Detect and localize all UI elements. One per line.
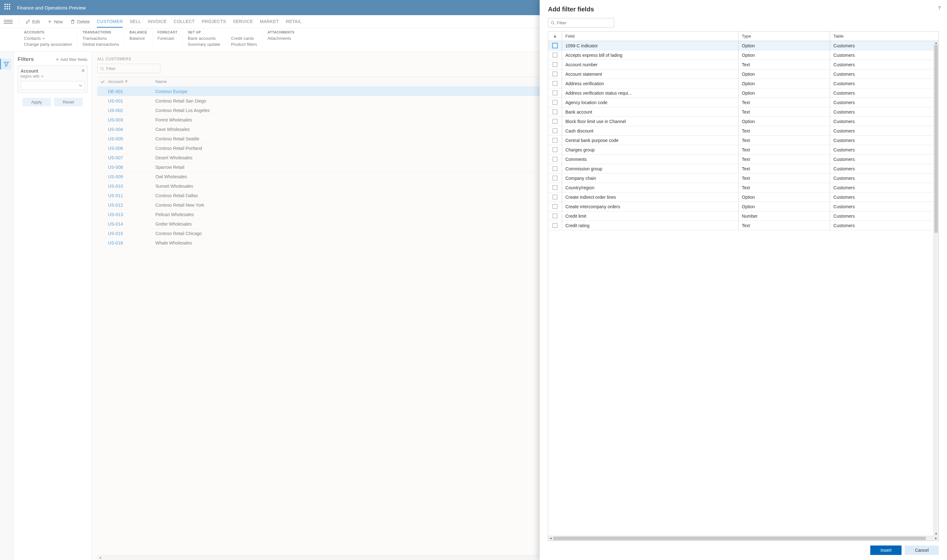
apply-button[interactable]: Apply	[22, 98, 51, 106]
field-row[interactable]: Company chainTextCustomers	[548, 174, 938, 183]
field-row[interactable]: Bank accountTextCustomers	[548, 107, 938, 117]
account-cell[interactable]: US-010	[108, 184, 155, 189]
column-field[interactable]: Field	[562, 32, 739, 41]
tab-invoice[interactable]: INVOICE	[148, 16, 167, 28]
help-icon[interactable]: ?	[938, 5, 941, 11]
row-checkbox[interactable]	[548, 221, 562, 230]
flyout-filter-text[interactable]	[557, 20, 610, 25]
cancel-button[interactable]: Cancel	[905, 546, 939, 555]
field-row[interactable]: 1099-C indicatorOptionCustomers	[548, 41, 938, 51]
account-cell[interactable]: US-012	[108, 203, 155, 208]
action-link[interactable]: Contacts	[24, 36, 72, 41]
row-checkbox[interactable]	[548, 107, 562, 117]
action-link[interactable]: Forecast	[157, 36, 177, 41]
tab-customer[interactable]: CUSTOMER	[97, 16, 123, 28]
close-icon[interactable]: ✕	[81, 68, 85, 74]
row-checkbox[interactable]	[548, 41, 562, 50]
row-checkbox[interactable]	[548, 69, 562, 78]
field-row[interactable]: Cash discountTextCustomers	[548, 126, 938, 136]
row-checkbox[interactable]	[548, 202, 562, 211]
account-cell[interactable]: DE-001	[108, 89, 155, 94]
action-link[interactable]: Attachments	[267, 36, 294, 41]
filter-value-input[interactable]	[20, 81, 85, 90]
row-checkbox[interactable]	[548, 79, 562, 88]
scroll-right-icon[interactable]: ►	[935, 537, 938, 540]
field-row[interactable]: CommentsTextCustomers	[548, 155, 938, 164]
account-cell[interactable]: US-002	[108, 108, 155, 113]
field-row[interactable]: Create intercompany ordersOptionCustomer…	[548, 202, 938, 211]
field-row[interactable]: Commission groupTextCustomers	[548, 164, 938, 174]
tab-collect[interactable]: COLLECT	[174, 16, 195, 28]
tab-retail[interactable]: RETAIL	[286, 16, 302, 28]
add-filter-fields-button[interactable]: Add filter fields	[55, 57, 88, 62]
field-row[interactable]: Create indirect order linesOptionCustome…	[548, 192, 938, 202]
waffle-icon[interactable]	[5, 4, 12, 11]
field-row[interactable]: Block floor limit use in ChannelOptionCu…	[548, 117, 938, 126]
filter-rail-button[interactable]	[0, 59, 11, 69]
account-cell[interactable]: US-013	[108, 212, 155, 217]
tab-market[interactable]: MARKET	[260, 16, 279, 28]
row-checkbox[interactable]	[548, 174, 562, 183]
action-link[interactable]: Product filters	[231, 42, 258, 47]
field-row[interactable]: Central bank purpose codeTextCustomers	[548, 136, 938, 145]
row-checkbox[interactable]	[548, 155, 562, 164]
column-account[interactable]: Account	[108, 79, 155, 84]
flyout-filter-input[interactable]	[548, 18, 614, 28]
tab-sell[interactable]: SELL	[130, 16, 141, 28]
field-row[interactable]: Address verification status requi...Opti…	[548, 88, 938, 98]
row-checkbox[interactable]	[548, 126, 562, 135]
scroll-left-icon[interactable]: ◄	[99, 556, 102, 559]
account-cell[interactable]: US-011	[108, 193, 155, 198]
row-checkbox[interactable]	[548, 183, 562, 192]
field-row[interactable]: Address verificationOptionCustomers	[548, 79, 938, 88]
field-row[interactable]: Charges groupTextCustomers	[548, 145, 938, 155]
reset-button[interactable]: Reset	[54, 98, 83, 106]
account-cell[interactable]: US-016	[108, 240, 155, 245]
account-cell[interactable]: US-015	[108, 231, 155, 236]
action-link[interactable]: Change party association	[24, 42, 72, 47]
tab-projects[interactable]: PROJECTS	[202, 16, 226, 28]
field-row[interactable]: Account statementOptionCustomers	[548, 69, 938, 79]
account-cell[interactable]: US-005	[108, 136, 155, 142]
account-cell[interactable]: US-003	[108, 117, 155, 122]
sort-column[interactable]	[548, 32, 562, 41]
filter-card-operator[interactable]: begins with	[20, 74, 85, 78]
new-button[interactable]: New	[44, 18, 66, 26]
action-link[interactable]: Balance	[130, 36, 147, 41]
field-row[interactable]: Country/regionTextCustomers	[548, 183, 938, 192]
column-table[interactable]: Table	[830, 32, 938, 41]
account-cell[interactable]: US-008	[108, 165, 155, 170]
account-cell[interactable]: US-001	[108, 98, 155, 103]
action-link[interactable]: Summary update	[188, 42, 221, 47]
action-link[interactable]: Global transactions	[82, 42, 119, 47]
column-name[interactable]: Name	[155, 79, 219, 84]
field-row[interactable]: Credit ratingTextCustomers	[548, 221, 938, 230]
scroll-up-icon[interactable]: ▲	[935, 42, 938, 45]
action-link[interactable]: Bank accounts	[188, 36, 221, 41]
row-checkbox[interactable]	[548, 88, 562, 97]
scroll-left-icon[interactable]: ◄	[549, 537, 552, 540]
fields-h-scrollbar[interactable]: ◄ ►	[548, 536, 938, 541]
account-cell[interactable]: US-014	[108, 222, 155, 226]
account-cell[interactable]: US-009	[108, 174, 155, 179]
row-checkbox[interactable]	[548, 192, 562, 202]
scrollbar-thumb[interactable]	[553, 537, 926, 540]
scrollbar-thumb[interactable]	[935, 45, 938, 233]
row-checkbox[interactable]	[548, 98, 562, 107]
delete-button[interactable]: Delete	[67, 18, 93, 26]
row-checkbox[interactable]	[548, 60, 562, 69]
account-cell[interactable]: US-004	[108, 127, 155, 132]
field-row[interactable]: Accepts express bill of ladingOptionCust…	[548, 51, 938, 60]
row-checkbox[interactable]	[548, 164, 562, 173]
field-row[interactable]: Account numberTextCustomers	[548, 60, 938, 69]
row-checkbox[interactable]	[548, 117, 562, 126]
grid-quick-filter[interactable]: Filter	[97, 64, 160, 73]
action-link[interactable]: Credit cards	[231, 36, 258, 41]
row-checkbox[interactable]	[548, 51, 562, 60]
scroll-down-icon[interactable]: ▼	[935, 532, 938, 535]
row-checkbox[interactable]	[548, 136, 562, 145]
field-row[interactable]: Credit limitNumberCustomers	[548, 211, 938, 221]
action-link[interactable]: Transactions	[82, 36, 119, 41]
column-type[interactable]: Type	[739, 32, 830, 41]
fields-table-body[interactable]: 1099-C indicatorOptionCustomersAccepts e…	[548, 41, 938, 536]
